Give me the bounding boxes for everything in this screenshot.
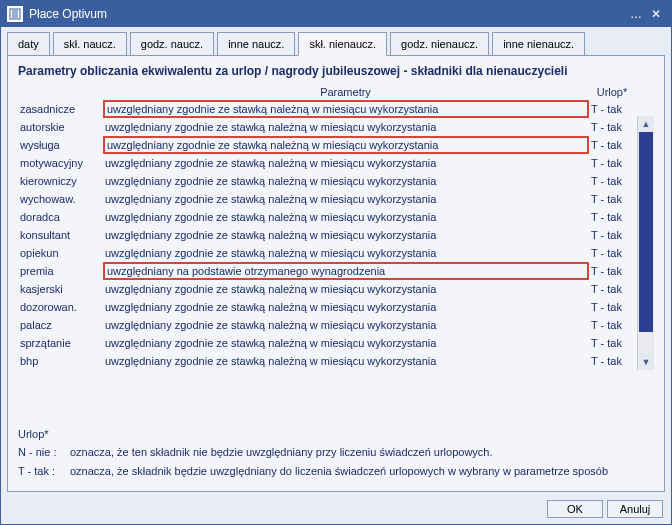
cell-param[interactable]: uwzględniany zgodnie ze stawką należną w… [103, 226, 589, 244]
footnote-key: T - tak : [18, 465, 70, 479]
vertical-scrollbar[interactable]: ▲ ▼ [637, 116, 654, 370]
cell-param[interactable]: uwzględniany zgodnie ze stawką należną w… [103, 298, 589, 316]
table-row[interactable]: zasadniczeuwzględniany zgodnie ze stawką… [18, 100, 654, 118]
section-heading: Parametry obliczania ekwiwalentu za urlo… [18, 64, 654, 80]
close-icon[interactable]: ✕ [647, 7, 665, 21]
tab-1[interactable]: skł. naucz. [53, 32, 127, 56]
grid-body: zasadniczeuwzględniany zgodnie ze stawką… [18, 100, 654, 370]
cell-param[interactable]: uwzględniany zgodnie ze stawką należną w… [103, 118, 589, 136]
grid: Parametry Urlop* zasadniczeuwzględniany … [18, 86, 654, 418]
cell-param[interactable]: uwzględniany zgodnie ze stawką należną w… [103, 316, 589, 334]
tab-bar: datyskł. naucz.godz. naucz.inne naucz.sk… [1, 27, 671, 55]
table-row[interactable]: autorskieuwzględniany zgodnie ze stawką … [18, 118, 654, 136]
cell-param[interactable]: uwzględniany zgodnie ze stawką należną w… [103, 244, 589, 262]
cell-param[interactable]: uwzględniany zgodnie ze stawką należną w… [103, 208, 589, 226]
table-row[interactable]: wychowaw.uwzględniany zgodnie ze stawką … [18, 190, 654, 208]
cell-urlop[interactable]: T - tak [589, 244, 637, 262]
cell-urlop[interactable]: T - tak [589, 136, 637, 154]
cell-name: doradca [18, 208, 103, 226]
cell-name: dozorowan. [18, 298, 103, 316]
footnote-row: T - tak :oznacza, że składnik będzie uwz… [18, 465, 654, 479]
table-row[interactable]: sprzątanieuwzględniany zgodnie ze stawką… [18, 334, 654, 352]
cell-name: konsultant [18, 226, 103, 244]
cell-urlop[interactable]: T - tak [589, 280, 637, 298]
cell-name: wychowaw. [18, 190, 103, 208]
dialog-buttons: OK Anuluj [1, 496, 671, 524]
footnote-row: N - nie :oznacza, że ten składnik nie bę… [18, 446, 654, 460]
tab-3[interactable]: inne naucz. [217, 32, 295, 56]
cell-name: palacz [18, 316, 103, 334]
cell-urlop[interactable]: T - tak [589, 190, 637, 208]
ok-button[interactable]: OK [547, 500, 603, 518]
tab-0[interactable]: daty [7, 32, 50, 56]
tab-5[interactable]: godz. nienaucz. [390, 32, 489, 56]
footnote-text: oznacza, że ten składnik nie będzie uwzg… [70, 446, 654, 460]
col-header-param: Parametry [103, 86, 588, 98]
tab-6[interactable]: inne nienaucz. [492, 32, 585, 56]
scroll-up-button[interactable]: ▲ [638, 116, 654, 132]
cell-urlop[interactable]: T - tak [589, 334, 637, 352]
footnote-key: N - nie : [18, 446, 70, 460]
cell-name: sprzątanie [18, 334, 103, 352]
table-row[interactable]: bhpuwzględniany zgodnie ze stawką należn… [18, 352, 654, 370]
cell-param[interactable]: uwzględniany na podstawie otrzymanego wy… [103, 262, 589, 280]
cell-param[interactable]: uwzględniany zgodnie ze stawką należną w… [103, 190, 589, 208]
table-row[interactable]: konsultantuwzględniany zgodnie ze stawką… [18, 226, 654, 244]
cell-urlop[interactable]: T - tak [589, 100, 637, 118]
cell-urlop[interactable]: T - tak [589, 118, 637, 136]
cancel-button[interactable]: Anuluj [607, 500, 663, 518]
col-header-name [18, 86, 103, 98]
window-title: Płace Optivum [29, 7, 626, 21]
table-row[interactable]: wysługauwzględniany zgodnie ze stawką na… [18, 136, 654, 154]
cell-name: wysługa [18, 136, 103, 154]
cell-urlop[interactable]: T - tak [589, 352, 637, 370]
cell-name: opiekun [18, 244, 103, 262]
tab-4[interactable]: skł. nienaucz. [298, 32, 387, 56]
cell-param[interactable]: uwzględniany zgodnie ze stawką należną w… [103, 280, 589, 298]
cell-param[interactable]: uwzględniany zgodnie ze stawką należną w… [103, 172, 589, 190]
table-row[interactable]: opiekunuwzględniany zgodnie ze stawką na… [18, 244, 654, 262]
cell-param[interactable]: uwzględniany zgodnie ze stawką należną w… [103, 100, 589, 118]
table-row[interactable]: kasjerskiuwzględniany zgodnie ze stawką … [18, 280, 654, 298]
cell-urlop[interactable]: T - tak [589, 154, 637, 172]
application-window: Płace Optivum … ✕ datyskł. naucz.godz. n… [0, 0, 672, 525]
cell-urlop[interactable]: T - tak [589, 172, 637, 190]
cell-name: kasjerski [18, 280, 103, 298]
cell-name: zasadnicze [18, 100, 103, 118]
scroll-thumb[interactable] [639, 132, 653, 332]
cell-param[interactable]: uwzględniany zgodnie ze stawką należną w… [103, 136, 589, 154]
cell-param[interactable]: uwzględniany zgodnie ze stawką należną w… [103, 334, 589, 352]
footnote-text: oznacza, że składnik będzie uwzględniany… [70, 465, 654, 479]
footnote-title: Urlop* [18, 428, 654, 440]
table-row[interactable]: doradcauwzględniany zgodnie ze stawką na… [18, 208, 654, 226]
app-icon [7, 6, 23, 22]
table-row[interactable]: premiauwzględniany na podstawie otrzyman… [18, 262, 654, 280]
table-row[interactable]: dozorowan.uwzględniany zgodnie ze stawką… [18, 298, 654, 316]
cell-urlop[interactable]: T - tak [589, 226, 637, 244]
cell-name: kierowniczy [18, 172, 103, 190]
titlebar-more-icon[interactable]: … [626, 7, 647, 21]
cell-name: bhp [18, 352, 103, 370]
cell-urlop[interactable]: T - tak [589, 316, 637, 334]
table-row[interactable]: kierowniczyuwzględniany zgodnie ze stawk… [18, 172, 654, 190]
cell-name: motywacyjny [18, 154, 103, 172]
cell-name: premia [18, 262, 103, 280]
table-row[interactable]: palaczuwzględniany zgodnie ze stawką nal… [18, 316, 654, 334]
titlebar: Płace Optivum … ✕ [1, 1, 671, 27]
cell-param[interactable]: uwzględniany zgodnie ze stawką należną w… [103, 154, 589, 172]
cell-urlop[interactable]: T - tak [589, 262, 637, 280]
cell-name: autorskie [18, 118, 103, 136]
cell-urlop[interactable]: T - tak [589, 298, 637, 316]
col-header-urlop: Urlop* [588, 86, 636, 98]
tab-content: Parametry obliczania ekwiwalentu za urlo… [7, 55, 665, 492]
scroll-down-button[interactable]: ▼ [638, 354, 654, 370]
footnotes: Urlop* N - nie :oznacza, że ten składnik… [18, 428, 654, 486]
column-headers: Parametry Urlop* [18, 86, 654, 100]
table-row[interactable]: motywacyjnyuwzględniany zgodnie ze stawk… [18, 154, 654, 172]
cell-urlop[interactable]: T - tak [589, 208, 637, 226]
tab-2[interactable]: godz. naucz. [130, 32, 214, 56]
cell-param[interactable]: uwzględniany zgodnie ze stawką należną w… [103, 352, 589, 370]
